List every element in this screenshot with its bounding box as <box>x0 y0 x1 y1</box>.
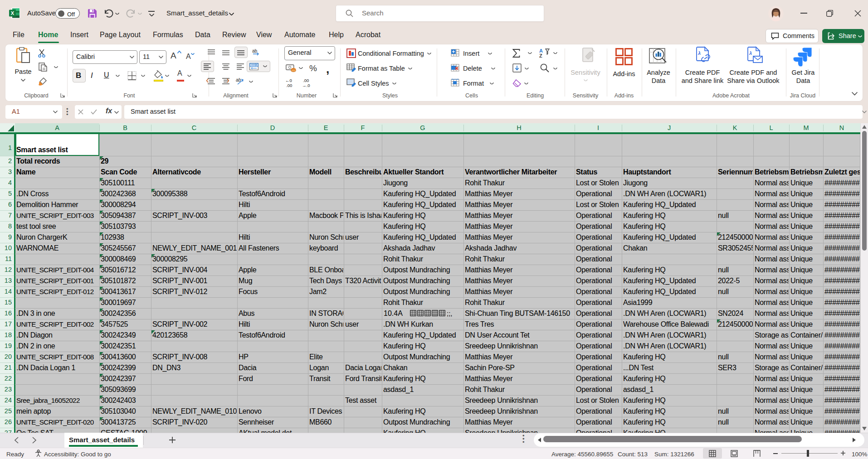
svg-text:Z: Z <box>539 53 542 58</box>
svg-text:λ: λ <box>697 50 701 56</box>
svg-text:←0: ←0 <box>285 78 292 83</box>
svg-text:→.0: →.0 <box>302 83 310 88</box>
svg-text:.00: .00 <box>286 83 292 88</box>
svg-text:.00: .00 <box>303 78 309 83</box>
svg-text:X: X <box>11 10 15 16</box>
svg-text:λ: λ <box>749 50 752 56</box>
svg-text:ab: ab <box>252 48 258 53</box>
